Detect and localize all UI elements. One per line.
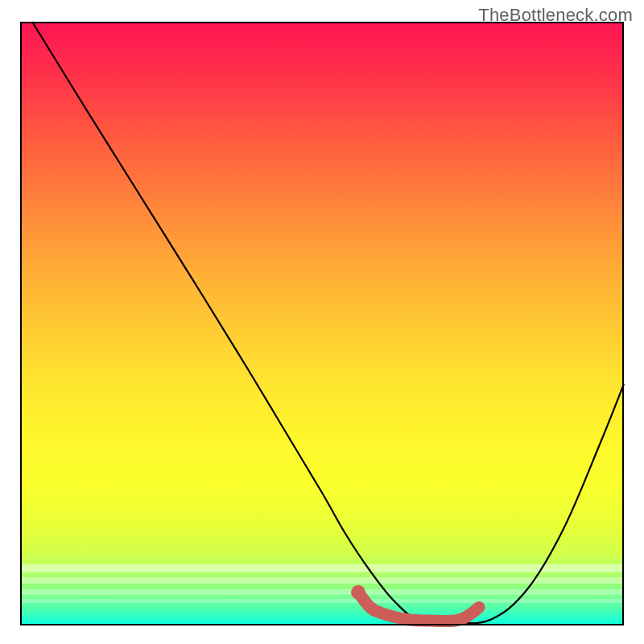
series-curve xyxy=(32,22,624,623)
watermark-text: TheBottleneck.com xyxy=(478,5,633,26)
chart-container: TheBottleneck.com xyxy=(0,0,644,644)
chart-svg xyxy=(20,22,624,625)
plot-area xyxy=(20,22,624,625)
series-highlight xyxy=(358,592,479,621)
highlight-start-dot xyxy=(351,585,365,600)
